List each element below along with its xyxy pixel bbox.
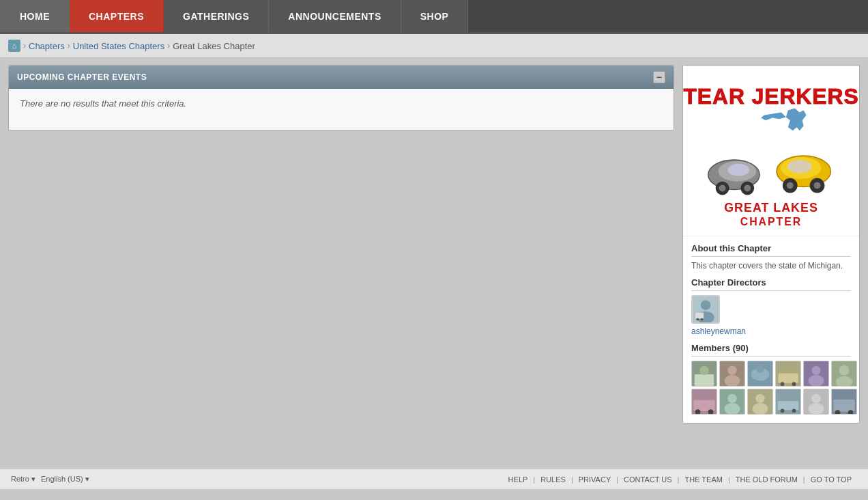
breadcrumb-us-chapters[interactable]: United States Chapters: [73, 41, 164, 51]
breadcrumb-sep-2: ›: [68, 41, 70, 51]
member-thumb[interactable]: [719, 389, 745, 415]
svg-point-55: [781, 408, 785, 413]
breadcrumb: ⌂ › Chapters › United States Chapters › …: [0, 34, 868, 58]
footer: Retro ▾ English (US) ▾ HELP | RULES | PR…: [0, 468, 868, 489]
member-thumb[interactable]: [803, 389, 829, 415]
svg-point-23: [701, 318, 704, 321]
svg-rect-25: [695, 374, 714, 386]
member-thumb[interactable]: [747, 361, 773, 387]
breadcrumb-chapters[interactable]: Chapters: [29, 41, 65, 51]
members-grid: [691, 361, 851, 415]
svg-text:CHAPTER: CHAPTER: [740, 216, 802, 227]
footer-right: HELP | RULES | PRIVACY | CONTACT US | TH…: [503, 475, 857, 484]
upcoming-events-body: There are no results that meet this crit…: [9, 89, 674, 130]
footer-rules[interactable]: RULES: [535, 475, 571, 484]
svg-rect-44: [693, 400, 715, 411]
footer-left: Retro ▾ English (US) ▾: [11, 475, 89, 484]
svg-point-35: [781, 382, 785, 386]
svg-point-15: [787, 160, 812, 173]
top-navigation: HOME CHAPTERS GATHERINGS ANNOUNCEMENTS S…: [0, 0, 868, 34]
left-panel: UPCOMING CHAPTER EVENTS − There are no r…: [8, 65, 674, 461]
footer-team[interactable]: THE TEAM: [679, 475, 727, 484]
main-content: UPCOMING CHAPTER EVENTS − There are no r…: [0, 58, 868, 468]
svg-point-48: [727, 394, 736, 403]
svg-point-41: [839, 365, 849, 376]
footer-help[interactable]: HELP: [503, 475, 534, 484]
language-dropdown-icon: ▾: [85, 475, 89, 483]
nav-gatherings[interactable]: GATHERINGS: [164, 0, 269, 32]
member-thumb[interactable]: [719, 361, 745, 387]
breadcrumb-sep-3: ›: [167, 41, 170, 51]
about-title: About this Chapter: [691, 243, 851, 257]
chapter-info: About this Chapter This chapter covers t…: [683, 236, 859, 336]
theme-selector[interactable]: Retro ▾: [11, 475, 35, 484]
chapter-card: TEAR JERKERS: [682, 65, 860, 423]
member-thumb[interactable]: [775, 361, 801, 387]
language-selector[interactable]: English (US) ▾: [41, 475, 89, 484]
member-thumb[interactable]: [747, 389, 773, 415]
svg-point-8: [727, 164, 749, 176]
svg-point-12: [787, 182, 794, 189]
director-avatar[interactable]: [691, 295, 720, 324]
svg-point-28: [727, 366, 736, 375]
svg-point-58: [811, 394, 820, 403]
svg-rect-61: [833, 399, 855, 412]
theme-label: Retro: [11, 475, 29, 483]
svg-point-22: [696, 318, 699, 321]
about-text: This chapter covers the state of Michiga…: [691, 261, 851, 270]
member-thumb[interactable]: [831, 389, 857, 415]
svg-rect-34: [778, 373, 798, 383]
member-thumb[interactable]: [691, 361, 717, 387]
upcoming-events-header: UPCOMING CHAPTER EVENTS −: [9, 66, 674, 89]
svg-point-7: [744, 185, 751, 192]
directors-title: Chapter Directors: [691, 277, 851, 291]
footer-old-forum[interactable]: THE OLD FORUM: [730, 475, 803, 484]
language-label: English (US): [41, 475, 83, 483]
home-icon[interactable]: ⌂: [8, 40, 20, 52]
svg-text:TEAR JERKERS: TEAR JERKERS: [683, 84, 858, 109]
svg-point-38: [811, 366, 820, 375]
breadcrumb-current: Great Lakes Chapter: [173, 41, 255, 51]
nav-chapters[interactable]: CHAPTERS: [70, 0, 164, 32]
member-thumb[interactable]: [803, 361, 829, 387]
chapter-logo: TEAR JERKERS: [683, 66, 859, 236]
upcoming-events-title: UPCOMING CHAPTER EVENTS: [17, 72, 147, 82]
svg-rect-21: [695, 313, 704, 319]
svg-point-19: [701, 300, 710, 309]
right-panel: TEAR JERKERS: [682, 65, 860, 461]
svg-text:GREAT  LAKES: GREAT LAKES: [724, 201, 818, 214]
member-thumb[interactable]: [691, 389, 717, 415]
svg-point-36: [792, 382, 796, 386]
svg-point-26: [699, 366, 708, 375]
members-title: Members (90): [691, 343, 851, 357]
no-results-text: There are no results that meet this crit…: [20, 98, 663, 109]
director-name[interactable]: ashleynewman: [691, 327, 746, 336]
svg-point-56: [792, 408, 796, 413]
footer-go-top[interactable]: GO TO TOP: [805, 475, 857, 484]
members-section: Members (90): [683, 343, 859, 415]
svg-point-32: [756, 365, 764, 373]
nav-shop[interactable]: SHOP: [401, 0, 469, 32]
collapse-button[interactable]: −: [653, 71, 665, 83]
svg-point-51: [755, 394, 764, 403]
member-thumb[interactable]: [831, 361, 857, 387]
nav-announcements[interactable]: ANNOUNCEMENTS: [269, 0, 401, 32]
member-thumb[interactable]: [775, 389, 801, 415]
breadcrumb-sep-1: ›: [23, 41, 26, 51]
theme-dropdown-icon: ▾: [31, 475, 35, 483]
svg-point-14: [814, 182, 821, 189]
upcoming-events-box: UPCOMING CHAPTER EVENTS − There are no r…: [8, 65, 674, 130]
footer-privacy[interactable]: PRIVACY: [573, 475, 616, 484]
nav-home[interactable]: HOME: [0, 0, 70, 32]
svg-rect-54: [778, 401, 798, 410]
svg-point-5: [719, 185, 726, 192]
footer-contact[interactable]: CONTACT US: [618, 475, 678, 484]
